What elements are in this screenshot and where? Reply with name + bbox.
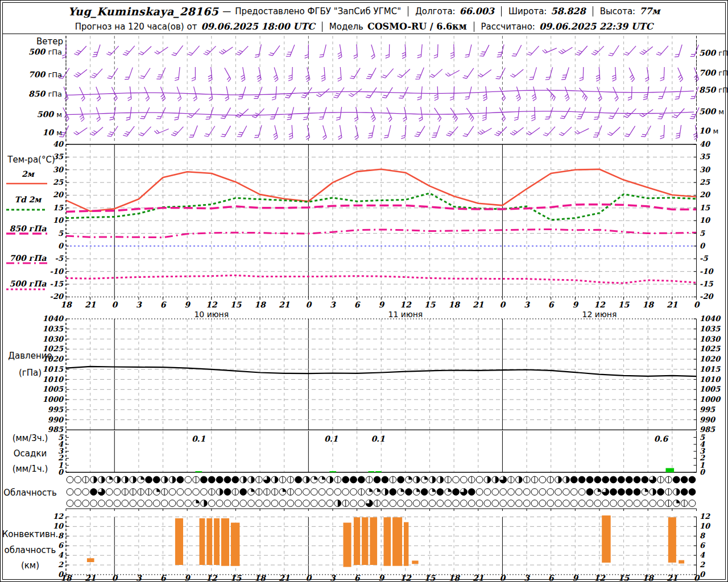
wind-barb: [126, 106, 131, 120]
wind-barb: [255, 44, 261, 58]
wind-barb: [624, 124, 635, 138]
svg-text:6: 6: [160, 573, 167, 582]
wind-barb: [305, 44, 309, 59]
legend-label: Td 2м: [1, 195, 55, 204]
svg-text:15: 15: [424, 573, 436, 582]
wind-barb: [594, 87, 602, 101]
svg-text:995: 995: [48, 405, 64, 414]
svg-text:12: 12: [400, 300, 412, 309]
altitude-value: 77м: [639, 6, 660, 16]
svg-text:1005: 1005: [700, 385, 721, 393]
svg-text:1010: 1010: [700, 375, 721, 384]
wind-barb: [446, 124, 458, 137]
wind-barb: [464, 108, 474, 122]
altitude-label: Высота:: [600, 6, 636, 16]
wind-barb: [529, 66, 536, 81]
header-dash: —: [222, 6, 231, 16]
wind-barb: [207, 67, 212, 81]
svg-text:18: 18: [448, 573, 460, 582]
wind-barb: [676, 124, 681, 139]
svg-text:3: 3: [524, 300, 530, 309]
wind-barb: [545, 106, 553, 120]
wind-barb: [187, 106, 199, 119]
wind-barb: [624, 43, 636, 56]
wind-level-label: 850 гПа: [1, 88, 62, 99]
calculated-label: Рассчитано:: [481, 22, 535, 32]
wind-barb: [561, 66, 569, 81]
wind-barb: [431, 108, 442, 122]
wind-barb: [223, 86, 229, 101]
wind-barb: [337, 67, 342, 81]
wind-barb: [559, 124, 572, 137]
wind-barb: [155, 44, 168, 55]
cloudiness-panel-title: Облачность: [2, 488, 59, 498]
wind-panel: [59, 36, 699, 143]
svg-text:-10: -10: [700, 267, 714, 276]
svg-text:0: 0: [700, 570, 706, 579]
svg-text:21: 21: [667, 300, 678, 309]
wind-barb: [512, 43, 522, 57]
station-name: Yug_Kuminskaya_28165: [68, 5, 219, 18]
wind-barb: [204, 124, 215, 138]
svg-text:21: 21: [473, 573, 484, 582]
pressure-panel-title: Давление: [2, 351, 59, 361]
wind-barb: [107, 124, 118, 138]
wind-barb: [206, 86, 213, 101]
wind-barb: [272, 86, 276, 101]
wind-barb: [398, 66, 410, 78]
svg-text:-10: -10: [50, 267, 64, 276]
wind-barb: [660, 125, 665, 139]
wind-barb: [255, 67, 262, 81]
wind-barb: [450, 44, 454, 59]
header-separator: [474, 22, 474, 32]
wind-barb: [482, 107, 486, 121]
svg-text:0.6: 0.6: [654, 434, 669, 443]
wind-barb: [576, 88, 588, 101]
wind-barb: [429, 66, 442, 78]
wind-barb: [285, 85, 295, 99]
wind-barb: [366, 66, 376, 80]
wind-level-label: 10 м: [699, 125, 728, 136]
wind-barb: [448, 108, 458, 122]
wind-barb: [90, 124, 103, 136]
wind-barb: [527, 124, 540, 136]
svg-text:1000: 1000: [43, 395, 64, 404]
svg-text:18: 18: [254, 573, 266, 582]
svg-text:-5: -5: [700, 254, 708, 263]
svg-text:18: 18: [254, 300, 266, 309]
wind-barb: [656, 43, 668, 56]
svg-text:12: 12: [594, 573, 606, 582]
wind-barb: [494, 124, 507, 137]
wind-barb: [90, 66, 102, 79]
header-separator: [322, 22, 322, 32]
svg-text:1030: 1030: [700, 335, 721, 343]
wind-barb: [171, 124, 183, 136]
wind-barb: [384, 124, 391, 139]
svg-text:0: 0: [111, 573, 118, 582]
svg-text:3: 3: [330, 573, 336, 582]
wind-barb: [239, 67, 245, 81]
svg-text:3: 3: [330, 300, 336, 309]
header-separator: [501, 6, 502, 16]
wind-barb: [660, 67, 665, 81]
pressure-panel-unit: (гПа): [2, 368, 59, 378]
wind-barb: [690, 85, 698, 99]
convective-title-2: облачность: [2, 545, 59, 555]
svg-text:12: 12: [53, 512, 64, 521]
svg-text:9: 9: [184, 300, 191, 309]
forecast-time: 09.06.2025 18:00 UTC: [201, 21, 315, 32]
svg-text:21: 21: [473, 300, 484, 309]
svg-text:10: 10: [700, 522, 711, 530]
wind-barb: [156, 66, 166, 80]
svg-text:15: 15: [700, 203, 710, 212]
wind-barb: [139, 124, 151, 137]
wind-level-label: 850 гПа: [699, 84, 728, 95]
wind-barb: [219, 44, 233, 55]
svg-text:0: 0: [305, 573, 312, 582]
wind-barb: [268, 43, 280, 57]
wind-level-label: 700 гПа: [1, 69, 62, 80]
wind-barb: [675, 86, 682, 100]
header-row-1: Yug_Kuminskaya_28165 — Предоставлено ФГБ…: [3, 3, 725, 20]
svg-text:8: 8: [700, 531, 706, 540]
svg-text:15: 15: [230, 573, 242, 582]
